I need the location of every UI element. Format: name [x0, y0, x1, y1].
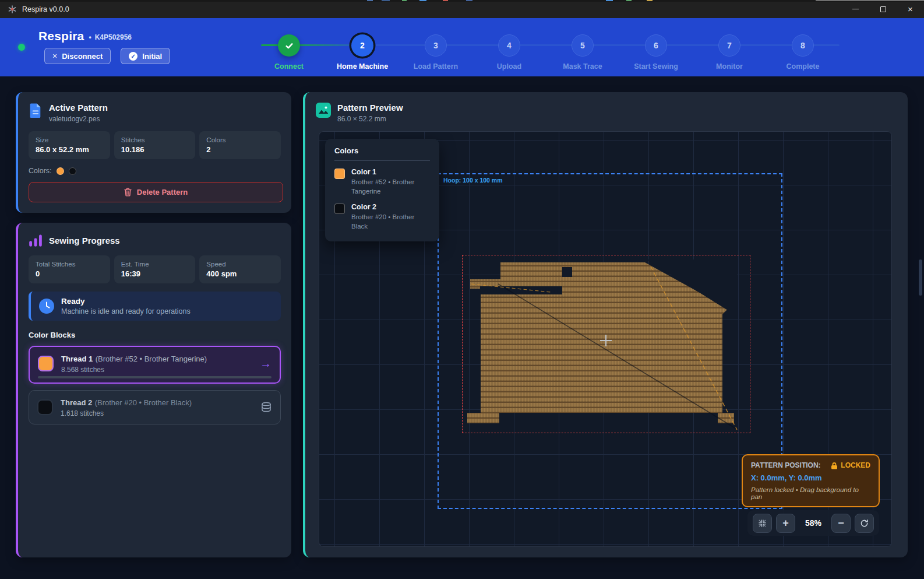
clock-icon: [39, 299, 54, 314]
window-titlebar: Respira v0.0.0 ×: [0, 0, 924, 18]
minimize-button[interactable]: [842, 0, 869, 18]
bar-chart-icon: [29, 233, 43, 247]
stat-speed: Speed 400 spm: [199, 255, 281, 283]
step-check-icon: [278, 34, 300, 57]
disconnect-button[interactable]: × Disconnect: [44, 48, 111, 64]
trash-icon: [124, 188, 132, 196]
status-title: Ready: [61, 297, 191, 306]
window-title: Respira v0.0.0: [22, 5, 69, 13]
color-blocks-heading: Color Blocks: [18, 321, 291, 339]
step-monitor[interactable]: 7 Monitor: [693, 34, 766, 71]
workflow-stepper: Connect 2 Home Machine 3 Load Pattern 4 …: [252, 34, 864, 80]
sewing-progress-panel: Sewing Progress Total Stitches 0 Est. Ti…: [16, 223, 291, 557]
zoom-level: 58%: [799, 518, 827, 528]
locked-badge: LOCKED: [831, 461, 870, 469]
check-circle-icon: ✓: [129, 52, 137, 61]
connection-status-dot: [18, 44, 25, 51]
close-button[interactable]: ×: [897, 0, 924, 18]
color-1-swatch: [334, 169, 345, 179]
color-1-item: Color 1 Brother #52 • Brother Tangerine: [334, 168, 430, 196]
sewing-progress-title: Sewing Progress: [49, 236, 120, 245]
initial-button[interactable]: ✓ Initial: [121, 48, 170, 64]
stat-est-time: Est. Time 16:39: [114, 255, 196, 283]
pattern-filename: valetudogv2.pes: [49, 115, 108, 123]
background-window-sliver: [0, 0, 924, 2]
app-logo-icon: [8, 5, 17, 14]
stat-stitches: Stitches 10.186: [114, 131, 196, 159]
step-start-sewing[interactable]: 6 Start Sewing: [619, 34, 693, 71]
thread-1-progress-bar: [38, 376, 271, 378]
pattern-preview-title: Pattern Preview: [337, 103, 403, 113]
layers-stack-icon: [260, 402, 272, 413]
thread-2-swatch: [37, 399, 53, 415]
file-icon: [29, 103, 43, 118]
pattern-preview-panel: Pattern Preview 86.0 × 52.2 mm Hoop: 100…: [303, 92, 908, 557]
stat-colors: Colors 2: [199, 131, 281, 159]
divider: [334, 160, 430, 161]
stat-size: Size 86.0 x 52.2 mm: [29, 131, 110, 159]
stat-total-stitches: Total Stitches 0: [29, 255, 110, 283]
page-scrollbar-thumb[interactable]: [919, 259, 922, 296]
pattern-position-overlay: PATTERN POSITION: LOCKED X: 0.0mm, Y: 0.…: [742, 454, 880, 507]
step-home-machine[interactable]: 2 Home Machine: [326, 34, 399, 71]
color-swatch-black: [69, 167, 76, 175]
zoom-controls: + 58% −: [747, 510, 879, 536]
arrow-right-icon: →: [260, 357, 271, 370]
lock-icon: [831, 462, 838, 469]
color-swatch-orange: [57, 167, 64, 175]
image-icon: [316, 103, 331, 118]
main-content: Active Pattern valetudogv2.pes Size 86.0…: [0, 76, 924, 579]
hoop-label: Hoop: 100 x 100 mm: [443, 177, 503, 184]
active-pattern-title: Active Pattern: [49, 103, 108, 113]
center-crosshair-icon: [599, 334, 613, 348]
fit-to-view-button[interactable]: [753, 514, 772, 533]
step-complete[interactable]: 8 Complete: [766, 34, 840, 71]
thread-2-block[interactable]: Thread 2 (Brother #20 • Brother Black) 1…: [29, 390, 281, 424]
app-header: Respira •K4P502956 × Disconnect ✓ Initia…: [0, 18, 924, 76]
zoom-in-button[interactable]: +: [776, 514, 795, 533]
machine-status-banner: Ready Machine is idle and ready for oper…: [29, 292, 281, 321]
pattern-colors-row: Colors:: [18, 159, 291, 175]
active-pattern-panel: Active Pattern valetudogv2.pes Size 86.0…: [16, 92, 291, 213]
maximize-button[interactable]: [869, 0, 897, 18]
status-description: Machine is idle and ready for operations: [61, 307, 191, 315]
pattern-dimensions: 86.0 × 52.2 mm: [337, 115, 403, 123]
pattern-coordinates: X: 0.0mm, Y: 0.0mm: [751, 473, 870, 482]
step-upload[interactable]: 4 Upload: [472, 34, 546, 71]
zoom-out-button[interactable]: −: [831, 514, 851, 533]
color-2-swatch: [334, 203, 345, 214]
thread-1-swatch: [38, 356, 54, 371]
reset-view-button[interactable]: [855, 514, 874, 533]
colors-legend-overlay: Colors Color 1 Brother #52 • Brother Tan…: [325, 139, 439, 241]
minimize-icon: [852, 9, 859, 10]
maximize-icon: [880, 6, 886, 12]
step-load-pattern[interactable]: 3 Load Pattern: [399, 34, 472, 71]
delete-pattern-button[interactable]: Delete Pattern: [29, 182, 283, 202]
pan-hint: Pattern locked • Drag background to pan: [751, 486, 870, 500]
step-connect[interactable]: Connect: [252, 34, 326, 71]
step-mask-trace[interactable]: 5 Mask Trace: [546, 34, 619, 71]
x-icon: ×: [52, 51, 57, 61]
color-2-item: Color 2 Brother #20 • Brother Black: [334, 203, 430, 231]
machine-serial: •K4P502956: [89, 33, 132, 41]
preview-canvas[interactable]: Hoop: 100 x 100 mm: [319, 131, 892, 547]
thread-1-block[interactable]: Thread 1 (Brother #52 • Brother Tangerin…: [29, 346, 281, 384]
app-brand: Respira: [38, 29, 84, 43]
